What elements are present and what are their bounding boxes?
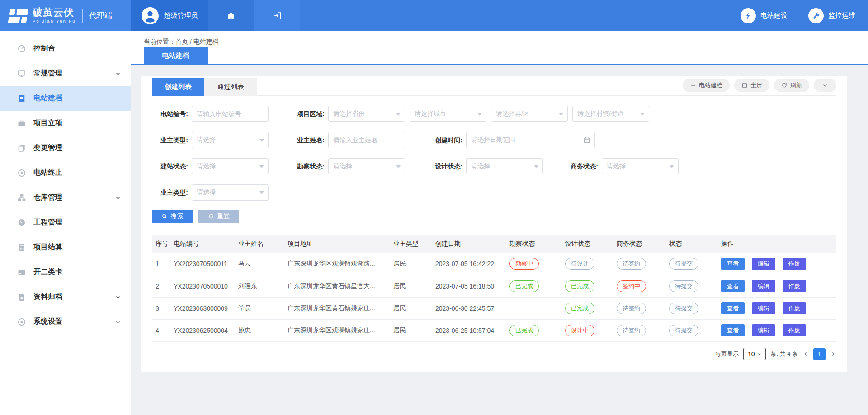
next-page-button[interactable] xyxy=(830,351,836,357)
cell-code: YX2023070500011 xyxy=(170,253,235,275)
business-status-badge: 待签约 xyxy=(617,325,646,336)
edit-button[interactable]: 编辑 xyxy=(752,302,775,314)
edit-button[interactable]: 编辑 xyxy=(752,280,775,292)
home-button[interactable] xyxy=(208,0,254,31)
sidebar-item-open-class2-card[interactable]: 开二类卡 xyxy=(0,260,131,284)
sidebar-item-station-filing[interactable]: 电站建档 xyxy=(0,86,131,111)
tab-passed-list[interactable]: 通过列表 xyxy=(204,78,257,96)
void-button[interactable]: 作废 xyxy=(783,302,806,314)
station-no-input[interactable] xyxy=(192,106,269,122)
fullscreen-button[interactable]: 全屏 xyxy=(734,79,769,92)
cell-owner: 马云 xyxy=(235,253,284,275)
sidebar-item-data-archive[interactable]: 资料归档 xyxy=(0,284,131,309)
page-number-button[interactable]: 1 xyxy=(813,348,826,360)
survey-status-badge: 已完成 xyxy=(509,280,539,292)
owner-name-input[interactable] xyxy=(328,132,405,148)
nav-power-build[interactable]: 电站建设 xyxy=(741,8,788,23)
tab-create-list[interactable]: 创建列表 xyxy=(152,78,204,96)
edit-button[interactable]: 编辑 xyxy=(752,324,775,336)
sitemap-icon xyxy=(17,193,26,202)
city-select[interactable]: 请选择城市 xyxy=(410,106,486,122)
caret-down-icon xyxy=(396,113,401,116)
refresh-button[interactable]: 刷新 xyxy=(774,79,809,92)
col-survey: 勘察状态 xyxy=(506,235,561,253)
create-station-button[interactable]: 电站建档 xyxy=(683,79,730,92)
card-icon xyxy=(17,268,26,277)
owner-type-select[interactable]: 请选择 xyxy=(192,132,269,148)
calculator-icon xyxy=(17,243,26,252)
view-button[interactable]: 查看 xyxy=(721,324,745,336)
status-badge: 待提交 xyxy=(669,303,698,314)
sidebar-item-system-settings[interactable]: 系统设置 xyxy=(0,309,131,334)
chevron-down-icon xyxy=(822,82,828,89)
collapse-toggle-button[interactable] xyxy=(814,79,836,92)
table-header-row: 序号 电站编号 业主姓名 项目地址 业主类型 创建日期 勘察状态 设计状态 商务… xyxy=(152,235,836,253)
cell-actions: 查看 编辑 作废 xyxy=(717,253,836,275)
void-button[interactable]: 作废 xyxy=(783,280,806,292)
total-count-label: 条, 共 4 条 xyxy=(770,350,798,358)
edit-button[interactable]: 编辑 xyxy=(752,258,775,270)
cell-created: 2023-06-30 22:45:57 xyxy=(432,297,506,319)
copy-icon xyxy=(17,144,26,153)
province-select[interactable]: 请选择省份 xyxy=(328,106,405,122)
build-status-select[interactable]: 请选择 xyxy=(192,158,269,174)
design-status-badge: 待设计 xyxy=(565,258,594,270)
plus-icon xyxy=(690,82,696,89)
date-range-input[interactable]: 请选择日期范围 xyxy=(466,132,595,148)
table-row: 1 YX2023070500011 马云 广东深圳龙华区观澜镇观湖路... 居民… xyxy=(152,253,836,275)
sidebar-item-console[interactable]: 控制台 xyxy=(0,36,131,61)
owner-name-label: 业主姓名: xyxy=(288,132,325,148)
meter-icon xyxy=(17,218,26,227)
page-size-select[interactable]: 10 xyxy=(743,348,766,360)
sidebar-item-general-mgmt[interactable]: 常规管理 xyxy=(0,61,131,86)
circle-dot-icon xyxy=(17,168,26,177)
owner-type2-select[interactable]: 请选择 xyxy=(192,184,269,201)
town-select[interactable]: 请选择村镇/街道 xyxy=(572,106,649,122)
design-status-select[interactable]: 请选择 xyxy=(466,158,543,174)
business-status-select[interactable]: 请选择 xyxy=(602,158,679,174)
station-no-label: 电站编号: xyxy=(152,106,188,122)
survey-status-select[interactable]: 请选择 xyxy=(328,158,405,174)
sidebar-item-project-settlement[interactable]: 项目结算 xyxy=(0,235,131,260)
search-button[interactable]: 搜索 xyxy=(152,210,193,223)
user-menu[interactable]: 超级管理员 xyxy=(131,0,208,31)
cell-index: 2 xyxy=(152,275,170,297)
cell-business: 待签约 xyxy=(613,297,665,319)
view-button[interactable]: 查看 xyxy=(721,258,745,270)
calendar-icon xyxy=(583,136,591,144)
view-button[interactable]: 查看 xyxy=(721,280,745,292)
view-button[interactable]: 查看 xyxy=(721,302,745,314)
nav-monitor-ops[interactable]: 监控运维 xyxy=(808,8,855,23)
cell-survey: 已完成 xyxy=(506,319,561,341)
sidebar-item-change-mgmt[interactable]: 变更管理 xyxy=(0,135,131,160)
caret-down-icon xyxy=(259,191,264,194)
monitor-icon xyxy=(17,69,26,78)
cell-actions: 查看 编辑 作废 xyxy=(717,297,836,319)
cell-status: 待提交 xyxy=(665,319,717,341)
sidebar-item-project-initiation[interactable]: 项目立项 xyxy=(0,111,131,135)
cell-address: 广东深圳龙华区观澜镇姚家庄... xyxy=(284,319,390,341)
brand: 破茧云伏 Po Jian Yun Fu 代理端 xyxy=(0,0,131,31)
prev-page-button[interactable] xyxy=(802,351,809,357)
col-status: 状态 xyxy=(665,235,717,253)
reset-button[interactable]: 重置 xyxy=(198,210,239,223)
table-row: 3 YX2023063000009 学员 广东深圳龙华区黄石镇姚家庄... 居民… xyxy=(152,297,836,319)
col-design: 设计状态 xyxy=(561,235,613,253)
survey-status-label: 勘察状态: xyxy=(288,158,325,174)
cell-business: 待签约 xyxy=(613,253,665,275)
region-label: 项目区域: xyxy=(288,106,325,122)
page-tab-station-filing[interactable]: 电站建档 xyxy=(144,47,208,64)
owner-type2-label: 业主类型: xyxy=(152,184,188,201)
breadcrumb: 当前位置：首页 / 电站建档 xyxy=(131,31,868,46)
sidebar-item-station-termination[interactable]: 电站终止 xyxy=(0,160,131,185)
cell-code: YX2023070500010 xyxy=(170,275,235,297)
county-select[interactable]: 请选择县/区 xyxy=(491,106,568,122)
build-status-label: 建站状态: xyxy=(152,158,188,174)
design-status-badge: 已完成 xyxy=(565,280,594,292)
logout-button[interactable] xyxy=(254,0,300,31)
sidebar-item-warehouse-mgmt[interactable]: 仓库管理 xyxy=(0,185,131,210)
caret-down-icon xyxy=(477,113,482,116)
sidebar-item-engineering-mgmt[interactable]: 工程管理 xyxy=(0,210,131,235)
void-button[interactable]: 作废 xyxy=(783,324,806,336)
void-button[interactable]: 作废 xyxy=(783,258,806,270)
